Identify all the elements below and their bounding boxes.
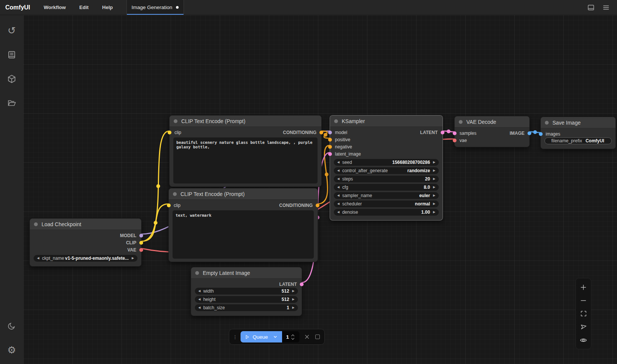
- node-vae-decode[interactable]: VAE Decode samples IMAGE vae: [454, 116, 530, 147]
- widget-next-icon[interactable]: ▶: [132, 257, 134, 260]
- node-header[interactable]: Empty Latent Image: [191, 267, 302, 279]
- widget-prev-icon[interactable]: ◀: [337, 161, 339, 164]
- widget-prev-icon[interactable]: ◀: [337, 211, 339, 214]
- drag-handle[interactable]: ⋮: [233, 335, 238, 339]
- port-conditioning-output[interactable]: [319, 131, 323, 134]
- node-header[interactable]: Load Checkpoint: [30, 219, 141, 230]
- node-header[interactable]: KSampler: [330, 116, 443, 127]
- port-model-input[interactable]: [328, 131, 332, 134]
- node-header[interactable]: CLIP Text Encode (Prompt): [169, 188, 318, 200]
- port-model-output[interactable]: [139, 234, 143, 238]
- port-image-output[interactable]: [528, 131, 531, 135]
- slot-label-latent-image: latent_image: [335, 151, 361, 157]
- widget-prev-icon[interactable]: ◀: [198, 298, 201, 301]
- tab-image-generation[interactable]: Image Generation: [126, 0, 184, 15]
- node-header[interactable]: CLIP Text Encode (Prompt): [170, 116, 321, 127]
- stepper-down-icon[interactable]: [291, 337, 295, 340]
- link-dot-cond-neg[interactable]: [325, 173, 329, 176]
- port-images-input[interactable]: [539, 132, 543, 136]
- widget-seed[interactable]: ◀ seed 156680208700286 ▶: [334, 159, 439, 166]
- widget-prev-icon[interactable]: ◀: [337, 186, 339, 189]
- widget-next-icon[interactable]: ▶: [433, 177, 435, 180]
- widget-denoise[interactable]: ◀ denoise 1.00 ▶: [334, 209, 439, 216]
- widget-next-icon[interactable]: ▶: [292, 290, 295, 293]
- widget-prev-icon[interactable]: ◀: [37, 257, 39, 260]
- bottom-panel-toggle-icon[interactable]: [585, 2, 597, 13]
- widget-prev-icon[interactable]: ◀: [337, 169, 339, 172]
- select-mode-icon[interactable]: [577, 320, 590, 333]
- node-library-icon[interactable]: [3, 70, 20, 88]
- node-header[interactable]: VAE Decode: [455, 116, 529, 128]
- port-samples-input[interactable]: [453, 131, 457, 135]
- widget-scheduler[interactable]: ◀ scheduler normal ▶: [334, 201, 439, 207]
- zoom-out-icon[interactable]: [577, 294, 590, 307]
- zoom-in-icon[interactable]: [577, 281, 590, 294]
- node-clip-text-encode-positive[interactable]: CLIP Text Encode (Prompt) clip CONDITION…: [169, 115, 322, 187]
- stop-icon[interactable]: [315, 335, 320, 339]
- widget-next-icon[interactable]: ▶: [433, 211, 435, 214]
- node-header[interactable]: Save Image: [541, 117, 615, 128]
- port-clip-input[interactable]: [167, 204, 171, 207]
- node-save-image[interactable]: Save Image images filename_prefix ComfyU…: [540, 117, 616, 149]
- toggle-link-visibility-icon[interactable]: [577, 333, 590, 347]
- port-vae-output[interactable]: [139, 248, 143, 252]
- link-dot-clip1[interactable]: [156, 184, 160, 188]
- widget-next-icon[interactable]: ▶: [292, 298, 295, 301]
- widget-batch-size[interactable]: ◀ batch_size 1 ▶: [195, 304, 298, 311]
- port-clip-input[interactable]: [168, 131, 171, 134]
- clear-queue-icon[interactable]: [304, 334, 310, 340]
- widget-control-after-generate[interactable]: ◀ control_after_generate randomize ▶: [334, 167, 439, 174]
- positive-prompt-textarea[interactable]: beautiful scenery nature glass bottle la…: [173, 137, 318, 184]
- node-load-checkpoint[interactable]: Load Checkpoint MODEL CLIP VAE ◀ ckpt_na…: [29, 218, 142, 267]
- widget-prev-icon[interactable]: ◀: [337, 202, 339, 205]
- port-latent-output[interactable]: [441, 131, 444, 134]
- hamburger-menu-icon[interactable]: [600, 2, 612, 13]
- link-dot-image[interactable]: [533, 130, 537, 134]
- widget-prev-icon[interactable]: ◀: [198, 306, 201, 309]
- menu-workflow[interactable]: Workflow: [37, 0, 72, 15]
- port-latent-image-input[interactable]: [328, 152, 332, 156]
- menu-help[interactable]: Help: [96, 0, 120, 15]
- node-clip-text-encode-negative[interactable]: CLIP Text Encode (Prompt) clip CONDITION…: [168, 188, 318, 262]
- queue-button[interactable]: Queue: [241, 331, 282, 342]
- chevron-down-icon[interactable]: [273, 334, 278, 339]
- widget-width[interactable]: ◀ width 512 ▶: [195, 288, 298, 295]
- widget-next-icon[interactable]: ▶: [433, 186, 435, 189]
- node-templates-icon[interactable]: [3, 46, 20, 63]
- fit-view-icon[interactable]: [577, 307, 590, 320]
- port-clip-output[interactable]: [139, 241, 143, 245]
- port-negative-input[interactable]: [328, 145, 332, 149]
- widget-prev-icon[interactable]: ◀: [337, 194, 339, 197]
- port-vae-input[interactable]: [453, 139, 457, 142]
- widget-filename-prefix[interactable]: filename_prefix ComfyUI: [545, 137, 612, 144]
- port-latent-output[interactable]: [300, 282, 304, 286]
- node-ksampler[interactable]: KSampler model LATENT positive negative …: [330, 115, 443, 221]
- node-empty-latent-image[interactable]: Empty Latent Image LATENT ◀ width 512 ▶ …: [191, 267, 302, 316]
- theme-moon-icon[interactable]: [3, 317, 20, 335]
- link-dot-cond-pos[interactable]: [324, 133, 327, 137]
- widget-steps[interactable]: ◀ steps 20 ▶: [334, 176, 439, 182]
- widget-ckpt-name[interactable]: ◀ ckpt_name v1-5-pruned-emaonly.safete..…: [34, 255, 137, 262]
- widget-next-icon[interactable]: ▶: [433, 161, 435, 164]
- link-dot-samples[interactable]: [447, 130, 450, 133]
- widget-next-icon[interactable]: ▶: [433, 202, 435, 205]
- widget-next-icon[interactable]: ▶: [433, 194, 435, 197]
- workflows-folder-icon[interactable]: [3, 94, 20, 112]
- widget-height[interactable]: ◀ height 512 ▶: [195, 296, 298, 303]
- history-icon[interactable]: ↺: [3, 22, 20, 39]
- widget-cfg[interactable]: ◀ cfg 8.0 ▶: [334, 184, 439, 191]
- widget-next-icon[interactable]: ▶: [433, 169, 435, 172]
- settings-gear-icon[interactable]: ⚙: [3, 341, 20, 359]
- widget-sampler-name[interactable]: ◀ sampler_name euler ▶: [334, 192, 439, 199]
- port-positive-input[interactable]: [328, 138, 332, 142]
- link-dot-clip2[interactable]: [154, 221, 157, 225]
- stepper-up-icon[interactable]: [291, 334, 295, 337]
- widget-prev-icon[interactable]: ◀: [198, 290, 201, 293]
- negative-prompt-textarea[interactable]: text, watermark: [173, 210, 314, 259]
- batch-count-input[interactable]: 1: [282, 331, 299, 342]
- node-graph-canvas[interactable]: Load Checkpoint MODEL CLIP VAE ◀ ckpt_na…: [23, 15, 617, 364]
- port-conditioning-output[interactable]: [316, 204, 319, 207]
- menu-edit[interactable]: Edit: [72, 0, 96, 15]
- widget-prev-icon[interactable]: ◀: [337, 177, 339, 180]
- widget-next-icon[interactable]: ▶: [292, 306, 295, 309]
